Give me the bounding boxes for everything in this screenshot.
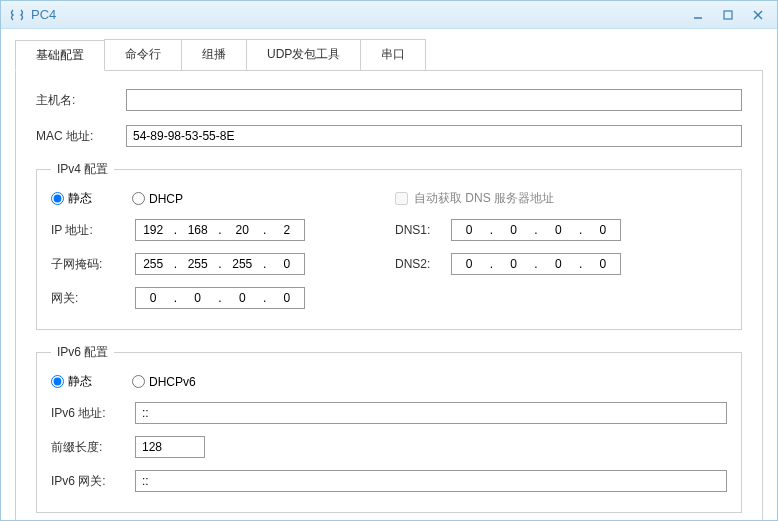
dns2-input[interactable]: 0. 0. 0. 0 xyxy=(451,253,621,275)
auto-dns-checkbox-input[interactable] xyxy=(395,192,408,205)
dns2-label: DNS2: xyxy=(395,257,451,271)
mac-label: MAC 地址: xyxy=(36,128,126,145)
tab-udp[interactable]: UDP发包工具 xyxy=(246,39,361,70)
ipv4-dhcp-label: DHCP xyxy=(149,192,183,206)
app-icon xyxy=(9,7,25,23)
ipv6-gw-input[interactable] xyxy=(135,470,727,492)
ipv4-dhcp-radio-input[interactable] xyxy=(132,192,145,205)
gateway-label: 网关: xyxy=(51,290,135,307)
hostname-input[interactable] xyxy=(126,89,742,111)
tab-multicast[interactable]: 组播 xyxy=(181,39,247,70)
ipv6-legend: IPv6 配置 xyxy=(51,344,114,361)
svg-rect-1 xyxy=(724,11,732,19)
ipv4-legend: IPv4 配置 xyxy=(51,161,114,178)
tab-serial[interactable]: 串口 xyxy=(360,39,426,70)
auto-dns-label: 自动获取 DNS 服务器地址 xyxy=(414,190,554,207)
ipv6-static-radio[interactable]: 静态 xyxy=(51,373,92,390)
ipv4-dhcp-radio[interactable]: DHCP xyxy=(132,192,183,206)
ipv4-fieldset: IPv4 配置 静态 DHCP 自动获取 DNS 服务器地址 xyxy=(36,161,742,330)
auto-dns-checkbox[interactable]: 自动获取 DNS 服务器地址 xyxy=(395,190,554,207)
ipv6-dhcpv6-radio[interactable]: DHCPv6 xyxy=(132,375,196,389)
ipv6-addr-input[interactable] xyxy=(135,402,727,424)
title-bar: PC4 xyxy=(1,1,777,29)
mask-input[interactable]: 255. 255. 255. 0 xyxy=(135,253,305,275)
ip-label: IP 地址: xyxy=(51,222,135,239)
tab-bar: 基础配置 命令行 组播 UDP发包工具 串口 xyxy=(15,39,763,71)
close-button[interactable] xyxy=(743,5,773,25)
dns1-label: DNS1: xyxy=(395,223,451,237)
mac-input[interactable] xyxy=(126,125,742,147)
ip-input[interactable]: 192. 168. 20. 2 xyxy=(135,219,305,241)
gateway-input[interactable]: 0. 0. 0. 0 xyxy=(135,287,305,309)
tab-basic[interactable]: 基础配置 xyxy=(15,40,105,71)
maximize-button[interactable] xyxy=(713,5,743,25)
ipv6-addr-label: IPv6 地址: xyxy=(51,405,135,422)
dns1-input[interactable]: 0. 0. 0. 0 xyxy=(451,219,621,241)
window-title: PC4 xyxy=(31,7,56,22)
hostname-label: 主机名: xyxy=(36,92,126,109)
ipv6-prefix-input[interactable] xyxy=(135,436,205,458)
mask-label: 子网掩码: xyxy=(51,256,135,273)
ipv4-static-radio-input[interactable] xyxy=(51,192,64,205)
tab-cmd[interactable]: 命令行 xyxy=(104,39,182,70)
ipv6-prefix-label: 前缀长度: xyxy=(51,439,135,456)
basic-panel: 主机名: MAC 地址: IPv4 配置 静态 DHCP xyxy=(15,71,763,521)
ipv6-static-label: 静态 xyxy=(68,373,92,390)
ipv6-dhcpv6-radio-input[interactable] xyxy=(132,375,145,388)
ipv6-gw-label: IPv6 网关: xyxy=(51,473,135,490)
ipv6-fieldset: IPv6 配置 静态 DHCPv6 IPv6 地址: xyxy=(36,344,742,513)
ipv6-dhcpv6-label: DHCPv6 xyxy=(149,375,196,389)
minimize-button[interactable] xyxy=(683,5,713,25)
ipv4-static-radio[interactable]: 静态 xyxy=(51,190,92,207)
ipv6-static-radio-input[interactable] xyxy=(51,375,64,388)
ipv4-static-label: 静态 xyxy=(68,190,92,207)
